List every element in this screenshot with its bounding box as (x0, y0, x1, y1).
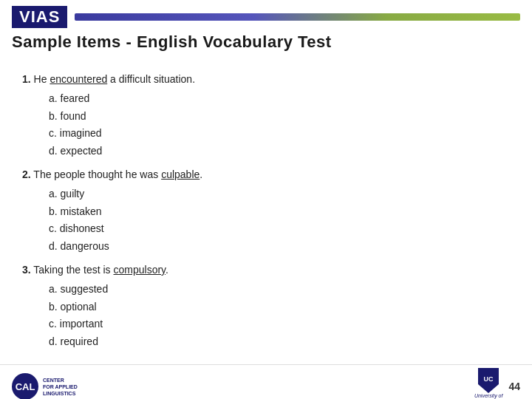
svg-text:UC: UC (484, 375, 494, 383)
vias-logo: VIAS (12, 6, 67, 28)
q3-option-d: d. required (49, 333, 510, 351)
question-1-stem: 1. He encountered a difficult situation. (22, 71, 510, 89)
cal-logo: CAL CENTERFOR APPLIEDLINGUISTICS (12, 373, 78, 399)
q3-options: a. suggested b. optional c. important d.… (49, 281, 510, 351)
title-bar: Sample Items - English Vocabulary Test (0, 28, 532, 55)
q2-number: 2. (22, 168, 31, 180)
question-3: 3. Taking the test is compulsory. a. sug… (22, 262, 510, 351)
question-2: 2. The people thought he was culpable. a… (22, 166, 510, 256)
q2-options: a. guilty b. mistaken c. dishonest d. da… (49, 185, 510, 256)
q2-option-d: d. dangerous (49, 238, 510, 256)
q1-option-c: c. imagined (49, 125, 510, 143)
uconn-logo: UC University ofConnecticut (474, 368, 503, 399)
q1-option-a: a. feared (49, 90, 510, 108)
main-content: 1. He encountered a difficult situation.… (0, 64, 532, 364)
question-3-stem: 3. Taking the test is compulsory. (22, 262, 510, 279)
q1-number: 1. (22, 73, 31, 85)
question-2-stem: 2. The people thought he was culpable. (22, 166, 510, 184)
uconn-text: University ofConnecticut (474, 393, 503, 399)
q1-underlined-word: encountered (50, 73, 107, 85)
q2-option-c: c. dishonest (49, 220, 510, 238)
cal-subtext: CENTERFOR APPLIEDLINGUISTICS (43, 377, 78, 397)
footer: CAL CENTERFOR APPLIEDLINGUISTICS UC Univ… (0, 364, 532, 399)
q2-option-b: b. mistaken (49, 203, 510, 221)
q3-underlined-word: compulsory (114, 264, 166, 276)
q3-option-c: c. important (49, 316, 510, 333)
q1-options: a. feared b. found c. imagined d. expect… (49, 90, 510, 160)
q2-underlined-word: culpable (161, 168, 200, 180)
footer-right: UC University ofConnecticut 44 (474, 368, 520, 399)
question-1: 1. He encountered a difficult situation.… (22, 71, 510, 160)
header: VIAS (0, 0, 532, 28)
q3-number: 3. (22, 264, 31, 276)
slide: VIAS Sample Items - English Vocabulary T… (0, 0, 532, 399)
q1-option-b: b. found (49, 108, 510, 126)
q1-option-d: d. expected (49, 143, 510, 160)
page-number: 44 (508, 381, 520, 392)
q2-option-a: a. guilty (49, 185, 510, 203)
uconn-shield-icon: UC (478, 368, 499, 393)
q3-option-b: b. optional (49, 299, 510, 316)
page-title: Sample Items - English Vocabulary Test (12, 33, 520, 52)
cal-circle-icon: CAL (12, 373, 38, 399)
header-accent (75, 13, 520, 21)
q3-option-a: a. suggested (49, 281, 510, 299)
